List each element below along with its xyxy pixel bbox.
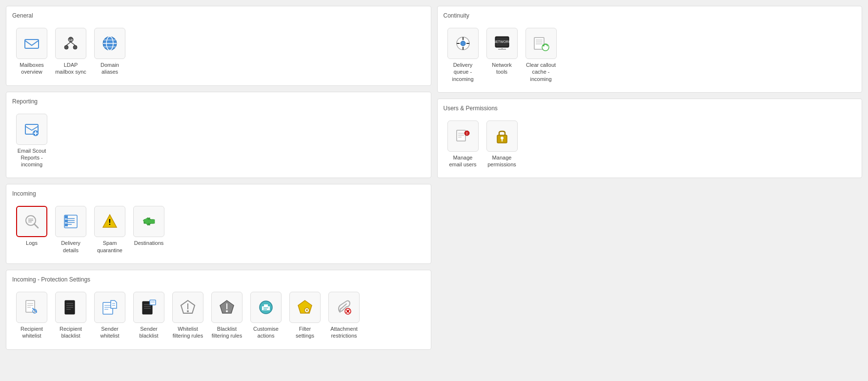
svg-text:NETWORK: NETWORK <box>493 40 511 43</box>
logs-icon-box <box>16 206 47 237</box>
sender-blacklist-icon-box <box>133 292 164 323</box>
svg-point-95 <box>501 137 504 140</box>
panel-general: General Mailboxes overview <box>6 6 431 86</box>
panel-incoming-protection-items: Recipient whitelist Recipient blacklist <box>12 288 425 343</box>
blacklist-rules-icon <box>218 299 236 316</box>
logs-label: Logs <box>26 240 38 246</box>
svg-rect-33 <box>26 301 35 312</box>
spam-quarantine-icon-box: ! <box>94 206 125 237</box>
whitelist-filtering-rules-icon-box <box>172 292 203 323</box>
recipient-blacklist-icon-box <box>55 292 86 323</box>
panel-users-permissions-items: ! Manage email users Manage p <box>444 117 856 172</box>
svg-point-72 <box>461 41 465 46</box>
email-scout-icon-box <box>16 114 47 145</box>
customise-actions-label: Customise actions <box>250 325 282 340</box>
svg-line-17 <box>34 224 38 228</box>
recipient-whitelist-label: Recipient whitelist <box>16 325 47 340</box>
clear-cache-icon <box>532 35 550 52</box>
whitelist-filtering-rules-label: Whitelist filtering rules <box>172 325 203 340</box>
spam-quarantine-label: Spam quarantine <box>94 240 125 254</box>
main-container: General Mailboxes overview <box>0 0 868 381</box>
svg-text:!: ! <box>108 218 111 226</box>
recipient-blacklist-btn[interactable]: Recipient blacklist <box>53 290 88 341</box>
destinations-icon <box>140 213 158 230</box>
email-scout-reports-label: Email Scout Reports - incoming <box>16 147 47 168</box>
manage-permissions-btn[interactable]: Manage permissions <box>484 119 520 170</box>
network-icon: NETWORK <box>493 35 511 52</box>
network-tools-label: Network tools <box>486 61 518 76</box>
manage-permissions-icon-box <box>486 120 518 152</box>
ldap-mailbox-sync-btn[interactable]: LD LDAP mailbox sync <box>53 26 88 78</box>
panel-general-items: Mailboxes overview LD LDAP mailbox <box>12 24 425 80</box>
svg-rect-28 <box>65 223 68 226</box>
mailboxes-overview-icon-box <box>16 28 47 59</box>
domain-aliases-btn[interactable]: Domain aliases <box>92 26 127 78</box>
mailboxes-overview-label: Mailboxes overview <box>16 61 47 76</box>
svg-rect-53 <box>150 300 156 305</box>
svg-text:!: ! <box>466 132 467 135</box>
sender-blacklist-btn[interactable]: Sender blacklist <box>131 290 166 341</box>
panel-reporting-items: Email Scout Reports - incoming <box>12 110 425 172</box>
recipient-blacklist-label: Recipient blacklist <box>55 325 86 340</box>
svg-text:LD: LD <box>69 39 73 41</box>
customise-actions-btn[interactable]: Customise actions <box>248 290 283 341</box>
panel-continuity: Continuity Delivery queue - incomin <box>437 6 863 93</box>
clear-callout-cache-btn[interactable]: Clear callout cache - incoming <box>524 26 559 84</box>
recipient-blacklist-icon <box>62 299 80 316</box>
panel-continuity-items: Delivery queue - incoming NETWORK Networ… <box>444 24 856 86</box>
svg-point-3 <box>73 45 77 49</box>
network-tools-btn[interactable]: NETWORK Network tools <box>484 26 520 84</box>
svg-line-5 <box>71 42 75 45</box>
attachment-restrictions-icon-box <box>328 292 360 323</box>
panel-incoming-protection: Incoming - Protection Settings Reci <box>6 270 431 350</box>
email-scout-reports-btn[interactable]: Email Scout Reports - incoming <box>14 112 49 170</box>
manage-email-users-icon-box: ! <box>447 120 479 152</box>
svg-rect-88 <box>457 130 465 141</box>
panel-users-permissions: Users & Permissions ! Manage email u <box>437 99 863 179</box>
svg-line-4 <box>66 42 71 45</box>
customise-actions-icon-box <box>250 292 282 323</box>
ldap-mailbox-sync-label: LDAP mailbox sync <box>55 61 86 76</box>
domain-aliases-icon-box <box>94 28 125 59</box>
attachment-restrictions-label: Attachment restrictions <box>328 325 360 340</box>
destinations-btn[interactable]: Destinations <box>131 204 166 256</box>
recipient-whitelist-btn[interactable]: Recipient whitelist <box>14 290 49 341</box>
attachment-restrictions-btn[interactable]: Attachment restrictions <box>326 290 362 341</box>
panel-reporting-title: Reporting <box>12 98 425 105</box>
filter-settings-label: Filter settings <box>289 325 321 340</box>
clear-callout-cache-label: Clear callout cache - incoming <box>525 61 557 82</box>
blacklist-filtering-rules-btn[interactable]: Blacklist filtering rules <box>209 290 244 341</box>
whitelist-filtering-rules-btn[interactable]: Whitelist filtering rules <box>170 290 205 341</box>
sender-whitelist-btn[interactable]: Sender whitelist <box>92 290 127 341</box>
domain-icon <box>101 35 119 52</box>
sender-whitelist-icon <box>101 299 119 316</box>
svg-point-60 <box>226 310 228 312</box>
recipient-whitelist-icon-box <box>16 292 47 323</box>
manage-email-users-btn[interactable]: ! Manage email users <box>445 119 481 170</box>
delivery-queue-incoming-label: Delivery queue - incoming <box>447 61 479 82</box>
ldap-icon-box: LD <box>55 28 86 59</box>
right-spacer <box>437 184 863 375</box>
delivery-queue-incoming-btn[interactable]: Delivery queue - incoming <box>445 26 481 84</box>
logs-icon <box>23 213 40 230</box>
delivery-queue-icon <box>454 35 472 52</box>
filter-settings-btn[interactable]: Filter settings <box>287 290 323 341</box>
spam-quarantine-btn[interactable]: ! Spam quarantine <box>92 204 127 256</box>
manage-email-users-label: Manage email users <box>447 154 479 168</box>
svg-rect-26 <box>65 216 68 219</box>
filter-settings-icon <box>296 299 314 316</box>
svg-rect-0 <box>25 40 39 48</box>
sender-whitelist-icon-box <box>94 292 125 323</box>
delivery-details-btn[interactable]: Delivery details <box>53 204 88 256</box>
panel-incoming-items: Logs <box>12 202 425 258</box>
email-scout-icon <box>23 120 40 138</box>
logs-btn[interactable]: Logs <box>14 204 49 256</box>
spam-quarantine-icon: ! <box>101 213 119 230</box>
network-tools-icon-box: NETWORK <box>486 28 518 59</box>
ldap-icon: LD <box>62 35 80 52</box>
blacklist-filtering-rules-label: Blacklist filtering rules <box>211 325 242 340</box>
svg-point-2 <box>64 45 68 49</box>
mailboxes-overview-btn[interactable]: Mailboxes overview <box>14 26 49 78</box>
svg-point-57 <box>187 310 189 312</box>
filter-settings-icon-box <box>289 292 321 323</box>
